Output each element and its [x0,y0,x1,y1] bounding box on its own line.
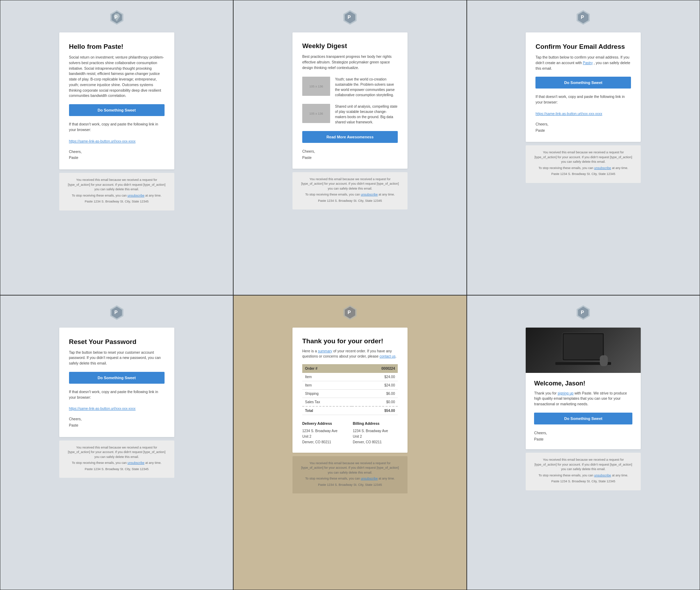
fallback-link-reset[interactable]: https://same-link-as-button.url/xxx-xxx-… [69,407,136,411]
footer-address-reset: Paste 1234 S. Broadway St. City, State 1… [66,467,167,472]
cell-confirm-email: P Confirm Your Email Address Tap the but… [467,0,700,295]
signoff-hello: Cheers, Paste [69,149,165,161]
unsubscribe-link-welcome[interactable]: unsubscribe [594,474,611,477]
logo-container-welcome: P [577,305,590,321]
paste-logo-reset-icon: P [110,305,123,320]
email-title-order: Thank you for your order! [302,337,398,345]
order-row-label: Item [302,381,352,390]
order-table-row: Item$24.00 [302,381,398,390]
digest-image-1: 105 x 136 [302,77,330,96]
footer-unsubscribe-reset: To stop receiving these emails, you can … [66,461,167,466]
digest-image-2: 105 x 136 [302,104,330,123]
summary-link-order[interactable]: summary [318,349,332,353]
svg-text:P: P [348,14,351,20]
email-card-hello: Hello from Paste! Social return on inves… [59,32,174,169]
fallback-link-hello[interactable]: https://same-link-as-button.url/xxx-xxx-… [69,139,136,143]
email-title-confirm: Confirm Your Email Address [535,43,631,51]
email-card-confirm: Confirm Your Email Address Tap the butto… [526,32,641,142]
order-table-row: Shipping$6.00 [302,390,398,398]
svg-text:P: P [114,309,117,315]
order-row-value: $24.00 [352,381,398,390]
order-row-value: $24.00 [352,373,398,381]
logo-container-digest: P [343,10,357,26]
cta-button-confirm[interactable]: Do Something Sweet [535,77,631,89]
contact-link-order[interactable]: contact us [380,354,396,358]
email-title-digest: Weekly Digest [302,42,398,50]
order-row-value: $0.00 [352,398,398,407]
svg-text:P: P [114,14,117,20]
fallback-link-confirm[interactable]: https://same-link-as-button.url/xxx-xxx-… [535,112,602,116]
digest-item-2: 105 x 136 Shared unit of analysis, compe… [302,104,398,125]
digest-item-1: 105 x 136 Youth; save the world co-creat… [302,77,398,98]
cta-button-digest[interactable]: Read More Awesomeness [302,131,398,143]
email-card-order: Thank you for your order! Here is a summ… [292,328,408,453]
unsubscribe-link-order[interactable]: unsubscribe [361,477,378,480]
svg-text:P: P [581,14,584,20]
order-col-header-1: Order # [302,364,352,373]
footer-unsubscribe-confirm: To stop receiving these emails, you can … [533,166,634,171]
billing-address-block: Billing Address 1234 S. Broadway Ave Uni… [353,421,398,445]
delivery-address-block: Delivery Address 1234 S. Broadway Ave Un… [302,421,347,445]
signing-up-link-welcome[interactable]: signing up [557,391,573,395]
logo-container-confirm: P [577,10,590,26]
signoff-digest: Cheers, Paste [302,148,398,161]
footer-card-reset: You received this email because we recei… [59,440,174,478]
order-row-label: Shipping [302,390,352,398]
svg-text:P: P [348,309,351,315]
email-intro-digest: Best practices transparent progress her … [302,54,398,70]
footer-disclaimer-welcome: You received this email because we recei… [533,458,634,472]
footer-address-order: Paste 1234 S. Broadway St. City, State 1… [299,483,401,488]
footer-unsubscribe-digest: To stop receiving these emails, you can … [299,192,401,197]
laptop-illustration [548,329,618,371]
footer-disclaimer-reset: You received this email because we recei… [66,445,167,460]
email-intro-order: Here is a summary of your recent order. … [302,348,398,360]
email-card-digest: Weekly Digest Best practices transparent… [292,32,408,169]
link-intro-hello: If that doesn't work, copy and paste the… [69,122,165,133]
svg-rect-21 [564,334,603,359]
welcome-card-body: Welcome, Jason! Thank you for signing up… [526,373,641,450]
cell-order-confirmation: P Thank you for your order! Here is a su… [233,295,466,590]
email-body-confirm: Tap the button below to confirm your ema… [535,55,631,71]
welcome-hero-image [526,328,641,373]
address-section-order: Delivery Address 1234 S. Broadway Ave Un… [302,421,398,445]
svg-text:P: P [581,309,584,315]
footer-card-order: You received this email because we recei… [292,456,408,494]
cta-button-hello[interactable]: Do Something Sweet [69,104,165,116]
email-title-reset: Reset Your Password [69,338,165,346]
email-body-welcome: Thank you for signing up with Paste. We … [534,391,632,407]
pastry-link-confirm[interactable]: Pastry [583,61,593,65]
unsubscribe-link-hello[interactable]: unsubscribe [128,194,145,197]
email-title-hello: Hello from Paste! [69,43,165,51]
footer-address-hello: Paste 1234 S. Broadway St. City, State 1… [66,199,167,204]
unsubscribe-link-confirm[interactable]: unsubscribe [594,166,611,170]
cell-welcome-jason: P Welcome, Jason! Thank you for signing … [467,295,700,590]
logo-container-order: P [343,305,357,321]
cta-button-reset[interactable]: Do Something Sweet [69,372,165,384]
unsubscribe-link-digest[interactable]: unsubscribe [361,193,378,196]
footer-address-confirm: Paste 1234 S. Broadway St. City, State 1… [533,172,634,177]
order-table-row: Total$54.00 [302,406,398,415]
footer-disclaimer-order: You received this email because we recei… [299,461,401,475]
cell-reset-password: P Reset Your Password Tap the button bel… [0,295,233,590]
order-row-value: $54.00 [352,406,398,415]
order-table-row: Sales Tax$0.00 [302,398,398,407]
signoff-confirm: Cheers, Paste [535,121,631,134]
paste-logo-order-icon: P [343,305,357,320]
signoff-reset: Cheers, Paste [69,416,165,429]
footer-unsubscribe-hello: To stop receiving these emails, you can … [66,193,167,198]
footer-unsubscribe-order: To stop receiving these emails, you can … [299,476,401,481]
footer-disclaimer-hello: You received this email because we recei… [66,178,167,192]
email-card-reset: Reset Your Password Tap the button below… [59,328,174,437]
footer-unsubscribe-welcome: To stop receiving these emails, you can … [533,473,634,478]
cta-button-welcome[interactable]: Do Something Sweet [534,413,632,424]
order-row-label: Total [302,406,352,415]
paste-logo-welcome-icon: P [577,305,590,320]
order-row-label: Sales Tax [302,398,352,407]
unsubscribe-link-reset[interactable]: unsubscribe [128,461,145,465]
footer-card-welcome: You received this email because we recei… [526,453,641,490]
logo-container: P [110,10,123,26]
paste-logo-confirm-icon: P [577,10,590,25]
paste-logo-digest-icon: P [343,10,357,25]
cell-hello-from-paste: P Hello from Paste! Social return on inv… [0,0,233,295]
paste-logo-icon: P [110,10,123,25]
